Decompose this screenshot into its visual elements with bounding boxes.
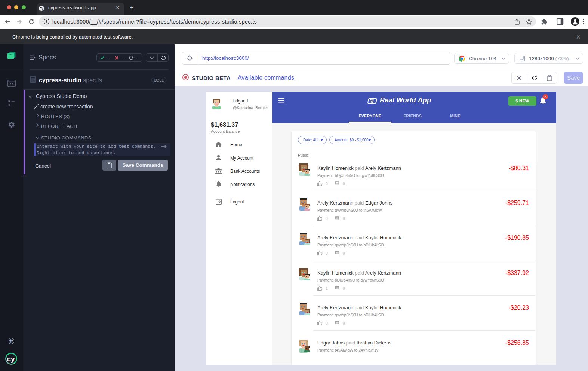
svg-text:cy: cy: [7, 355, 15, 363]
svg-text:cy: cy: [40, 6, 43, 10]
